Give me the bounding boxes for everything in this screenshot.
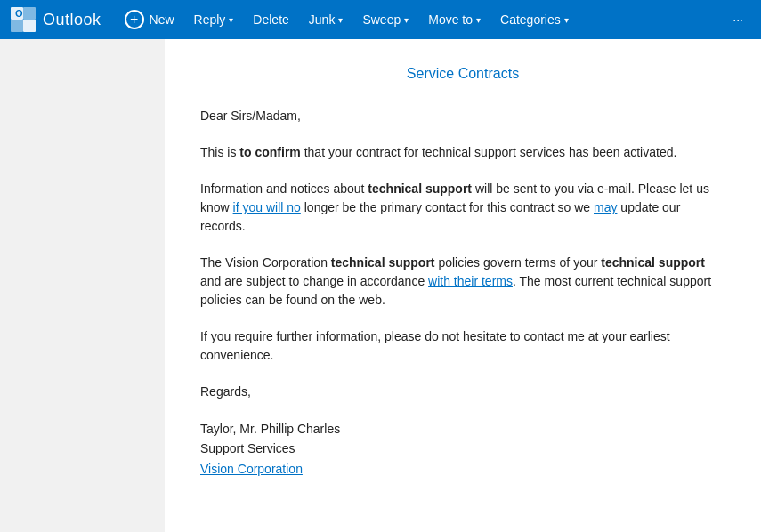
- email-subject: Service Contracts: [200, 66, 725, 82]
- para3-tech2: technical support: [601, 255, 705, 270]
- para1: This is to confirm that your contract fo…: [200, 143, 725, 162]
- navbar: O Outlook + New Reply ▾ Delete Junk ▾ Sw…: [0, 0, 761, 39]
- signature: Taylor, Mr. Phillip Charles Support Serv…: [200, 419, 725, 479]
- svg-text:O: O: [15, 8, 23, 19]
- reply-label: Reply: [194, 12, 226, 27]
- email-pane: Service Contracts Dear Sirs/Madam, This …: [165, 39, 761, 532]
- para3-link[interactable]: with their terms: [428, 274, 513, 288]
- junk-button[interactable]: Junk ▾: [300, 4, 352, 36]
- para2-link2[interactable]: may: [594, 200, 617, 214]
- dots-icon: ···: [733, 12, 743, 27]
- sidebar: [0, 39, 165, 532]
- outlook-logo: O Outlook: [9, 5, 101, 34]
- reply-caret-icon: ▾: [229, 15, 233, 25]
- new-label: New: [150, 12, 174, 27]
- categories-button[interactable]: Categories ▾: [491, 4, 578, 36]
- outlook-icon: O: [9, 5, 37, 34]
- svg-rect-2: [23, 7, 36, 20]
- sig-name: Taylor, Mr. Phillip Charles: [200, 419, 725, 439]
- content-area: Service Contracts Dear Sirs/Madam, This …: [0, 39, 761, 532]
- moveto-caret-icon: ▾: [476, 15, 481, 25]
- new-circle-icon: +: [125, 10, 144, 29]
- delete-button[interactable]: Delete: [244, 4, 297, 36]
- categories-label: Categories: [500, 12, 561, 27]
- junk-caret-icon: ▾: [338, 15, 343, 25]
- regards: Regards,: [200, 383, 725, 401]
- para1-confirm: to confirm: [239, 145, 300, 159]
- junk-label: Junk: [309, 12, 336, 27]
- para3: The Vision Corporation technical support…: [200, 254, 725, 310]
- delete-label: Delete: [253, 12, 288, 27]
- para4: If you require further information, plea…: [200, 327, 725, 365]
- svg-rect-3: [11, 20, 23, 32]
- more-options-button[interactable]: ···: [724, 4, 752, 36]
- greeting: Dear Sirs/Madam,: [200, 107, 725, 125]
- sweep-button[interactable]: Sweep ▾: [353, 4, 417, 36]
- moveto-label: Move to: [428, 12, 473, 27]
- new-button[interactable]: + New: [116, 4, 183, 36]
- para3-tech1: technical support: [331, 255, 435, 270]
- sweep-label: Sweep: [362, 12, 401, 27]
- para2-tech: technical support: [368, 181, 472, 196]
- sweep-caret-icon: ▾: [404, 15, 409, 25]
- email-body: Dear Sirs/Madam, This is to confirm that…: [200, 107, 725, 479]
- reply-button[interactable]: Reply ▾: [185, 4, 243, 36]
- sig-dept: Support Services: [200, 439, 725, 458]
- categories-caret-icon: ▾: [564, 15, 569, 25]
- moveto-button[interactable]: Move to ▾: [419, 4, 490, 36]
- para2-link[interactable]: if you will no: [233, 200, 301, 214]
- sig-company: Vision Corporation: [200, 459, 725, 479]
- sig-company-link[interactable]: Vision Corporation: [200, 462, 303, 476]
- logo-text: Outlook: [43, 11, 101, 29]
- svg-rect-4: [23, 20, 36, 32]
- para2: Information and notices about technical …: [200, 180, 725, 236]
